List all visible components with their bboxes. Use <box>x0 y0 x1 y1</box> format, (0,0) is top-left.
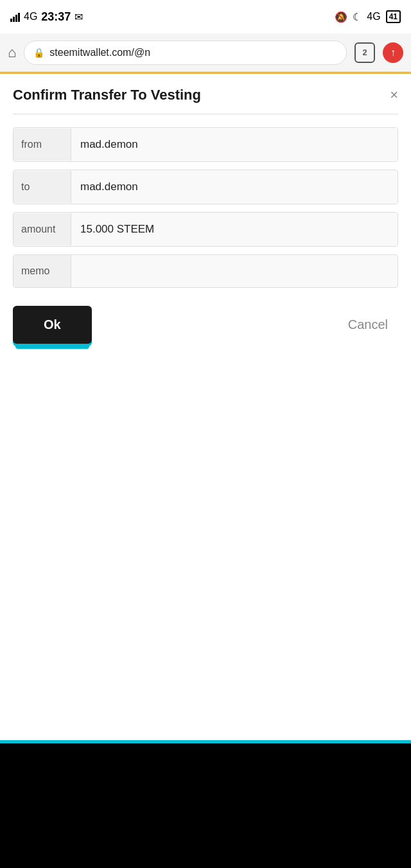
status-bar: 4G 23:37 ✉ 🔕 ☾ 4G 41 <box>0 0 411 33</box>
status-left: 4G 23:37 ✉ <box>10 10 83 24</box>
menu-button[interactable]: ↑ <box>383 42 403 63</box>
battery-icon: 41 <box>386 10 401 23</box>
moon-icon: ☾ <box>353 11 362 23</box>
tab-count-badge[interactable]: 2 <box>354 42 375 63</box>
amount-label: amount <box>13 213 71 245</box>
ok-button[interactable]: Ok <box>13 306 92 344</box>
page-content: Confirm Transfer To Vesting × from mad.d… <box>0 72 411 740</box>
browser-bar: ⌂ 🔒 steemitwallet.com/@n 2 ↑ <box>0 33 411 72</box>
amount-value: 15.000 STEEM <box>71 213 398 246</box>
email-icon: ✉ <box>74 11 83 23</box>
browser-home-button[interactable]: ⌂ <box>8 44 16 61</box>
network-type-icon: 4G <box>367 11 380 22</box>
from-label: from <box>13 128 71 161</box>
status-right: 🔕 ☾ 4G 41 <box>335 10 401 23</box>
dialog-title: Confirm Transfer To Vesting <box>13 87 201 103</box>
network-label: 4G <box>24 11 37 22</box>
dialog-header: Confirm Transfer To Vesting × <box>13 87 398 103</box>
to-label: to <box>13 171 71 203</box>
url-bar[interactable]: 🔒 steemitwallet.com/@n <box>24 40 347 65</box>
from-value: mad.demon <box>71 128 398 161</box>
memo-value <box>71 261 398 281</box>
amount-row: amount 15.000 STEEM <box>13 212 398 247</box>
from-row: from mad.demon <box>13 127 398 162</box>
status-time: 23:37 <box>41 10 71 24</box>
close-button[interactable]: × <box>390 88 398 102</box>
buttons-row: Ok Cancel <box>13 306 398 344</box>
dialog-divider <box>13 114 398 114</box>
url-text: steemitwallet.com/@n <box>49 47 150 58</box>
lock-icon: 🔒 <box>33 48 44 58</box>
memo-label: memo <box>13 255 71 287</box>
to-value: mad.demon <box>71 170 398 204</box>
black-section <box>0 743 411 868</box>
cancel-button[interactable]: Cancel <box>338 306 398 344</box>
confirm-dialog: Confirm Transfer To Vesting × from mad.d… <box>0 74 411 363</box>
signal-icon <box>10 12 20 22</box>
memo-row: memo <box>13 254 398 288</box>
bell-icon: 🔕 <box>335 11 347 23</box>
to-row: to mad.demon <box>13 170 398 204</box>
